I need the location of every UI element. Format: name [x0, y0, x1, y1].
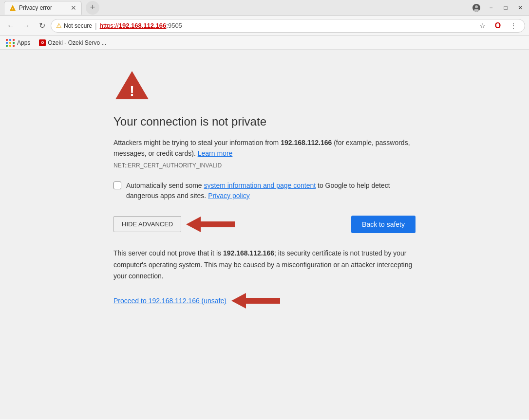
- minimize-button[interactable]: −: [484, 1, 498, 15]
- titlebar: ! Privacy error ✕ + − □ ✕: [0, 0, 529, 16]
- bookmark-button[interactable]: ☆: [476, 19, 489, 32]
- content-box: ! Your connection is not private Attacke…: [113, 69, 416, 310]
- url-https: https://: [100, 22, 119, 29]
- bold-host: 192.168.112.166: [281, 139, 332, 146]
- svg-point-3: [475, 5, 478, 8]
- address-separator: |: [95, 22, 97, 30]
- apps-label: Apps: [17, 39, 30, 46]
- red-arrow-2: [231, 291, 280, 310]
- hide-btn-arrow-wrap: HIDE ADVANCED: [113, 215, 235, 234]
- system-info-link[interactable]: system information and page content: [204, 182, 316, 189]
- warning-triangle-icon: !: [113, 69, 149, 99]
- not-secure-indicator: ⚠ Not secure: [56, 22, 92, 29]
- address-bar[interactable]: ⚠ Not secure | https://192.168.112.166:9…: [51, 19, 525, 33]
- tab-close-button[interactable]: ✕: [71, 4, 76, 12]
- addressbar: ← → ↻ ⚠ Not secure | https://192.168.112…: [0, 16, 529, 36]
- body-text-1: Attackers might be trying to steal your …: [113, 139, 281, 146]
- apps-grid-icon: [6, 39, 15, 47]
- error-code: NET::ERR_CERT_AUTHORITY_INVALID: [113, 162, 416, 169]
- svg-marker-7: [186, 217, 235, 232]
- dot-1: [6, 39, 8, 41]
- main-content: ! Your connection is not private Attacke…: [0, 50, 529, 420]
- error-body: Attackers might be trying to steal your …: [113, 137, 416, 159]
- checkbox-text-1: Automatically send some: [126, 182, 204, 189]
- advanced-text-1: This server could not prove that it is: [113, 249, 223, 257]
- dot-4: [6, 42, 8, 44]
- new-tab-button[interactable]: +: [86, 1, 99, 15]
- opera-icon-button[interactable]: O: [491, 19, 504, 32]
- svg-text:!: !: [12, 7, 14, 11]
- red-arrow-1: [186, 215, 235, 234]
- dot-8: [9, 45, 11, 47]
- apps-button[interactable]: Apps: [4, 38, 32, 48]
- svg-point-4: [474, 9, 479, 12]
- active-tab[interactable]: ! Privacy error ✕: [4, 1, 82, 15]
- buttons-row: HIDE ADVANCED Back to safety: [113, 215, 416, 234]
- warning-icon-wrap: !: [113, 69, 416, 103]
- dot-5: [9, 42, 11, 44]
- bookmarks-bar: Apps O Ozeki - Ozeki Servo ...: [0, 36, 529, 50]
- close-button[interactable]: ✕: [513, 1, 527, 15]
- advanced-text: This server could not prove that it is 1…: [113, 248, 416, 282]
- dot-6: [13, 42, 15, 44]
- dot-3: [13, 39, 15, 41]
- dot-7: [6, 45, 8, 47]
- back-to-safety-button[interactable]: Back to safety: [351, 216, 416, 233]
- address-url: https://192.168.112.166:9505: [100, 22, 182, 29]
- error-title: Your connection is not private: [113, 115, 416, 128]
- url-port: :9505: [166, 22, 182, 29]
- privacy-policy-link[interactable]: Privacy policy: [208, 192, 250, 200]
- proceed-link[interactable]: Proceed to 192.168.112.166 (unsafe): [113, 297, 227, 305]
- checkbox-label: Automatically send some system informati…: [126, 181, 416, 201]
- dot-2: [9, 39, 11, 41]
- send-info-checkbox[interactable]: [113, 182, 121, 189]
- learn-more-link[interactable]: Learn more: [198, 149, 233, 157]
- address-icons: ☆ O ⋮: [476, 19, 520, 32]
- svg-marker-8: [231, 293, 280, 309]
- back-button[interactable]: ←: [4, 19, 18, 33]
- profile-icon[interactable]: [470, 1, 483, 15]
- tab-title: Privacy error: [19, 4, 52, 11]
- hide-advanced-button[interactable]: HIDE ADVANCED: [113, 216, 181, 232]
- forward-button[interactable]: →: [19, 19, 33, 33]
- tab-favicon: !: [9, 4, 16, 11]
- bookmark-label: Ozeki - Ozeki Servo ...: [48, 39, 106, 46]
- window-controls: − □ ✕: [470, 1, 527, 15]
- proceed-row: Proceed to 192.168.112.166 (unsafe): [113, 291, 416, 310]
- dot-9: [13, 45, 15, 47]
- advanced-bold: 192.168.112.166: [223, 249, 274, 257]
- titlebar-left: ! Privacy error ✕ +: [4, 1, 99, 15]
- not-secure-label: Not secure: [64, 22, 92, 29]
- bookmark-favicon: O: [39, 39, 46, 46]
- url-host: 192.168.112.166: [119, 22, 167, 29]
- maximize-button[interactable]: □: [499, 1, 512, 15]
- svg-text:!: !: [130, 83, 134, 99]
- checkbox-row: Automatically send some system informati…: [113, 181, 416, 201]
- warning-icon: ⚠: [56, 22, 62, 29]
- menu-button[interactable]: ⋮: [507, 19, 520, 32]
- reload-button[interactable]: ↻: [35, 19, 49, 33]
- bookmark-ozeki[interactable]: O Ozeki - Ozeki Servo ...: [36, 38, 109, 47]
